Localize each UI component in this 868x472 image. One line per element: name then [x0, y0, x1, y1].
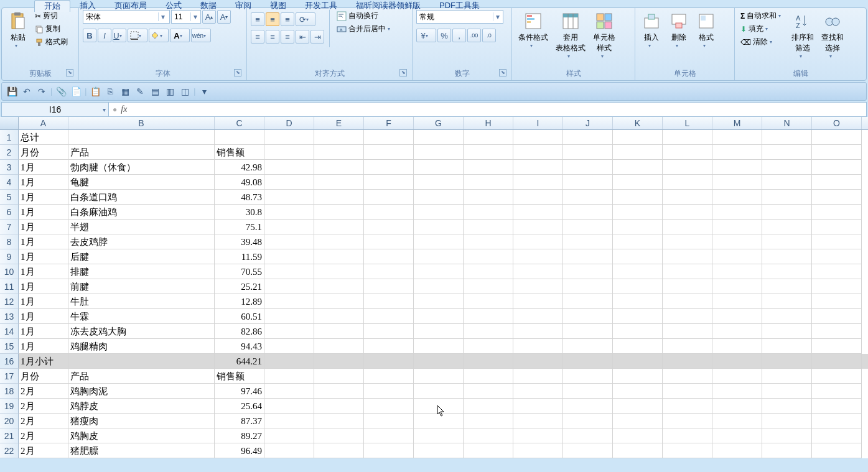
cell[interactable]	[712, 190, 762, 205]
cell[interactable]	[762, 190, 812, 205]
row-header[interactable]: 13	[0, 309, 19, 324]
column-header[interactable]: D	[264, 117, 314, 129]
row-header[interactable]: 20	[0, 414, 19, 428]
cell[interactable]	[215, 130, 264, 145]
format-painter-button[interactable]: 格式刷	[33, 36, 70, 48]
cell[interactable]: 1月	[19, 264, 68, 279]
chevron-down-icon[interactable]: ▾	[103, 106, 106, 113]
row-header[interactable]: 19	[0, 399, 19, 414]
cell[interactable]: 82.86	[215, 324, 264, 339]
cell[interactable]: 排腱	[68, 264, 215, 279]
cell[interactable]	[314, 234, 364, 249]
row-header[interactable]: 12	[0, 294, 19, 309]
cell[interactable]	[812, 399, 862, 414]
cell[interactable]	[464, 428, 513, 443]
cell[interactable]	[364, 279, 414, 294]
cell[interactable]	[414, 279, 464, 294]
cell[interactable]	[812, 234, 862, 249]
cell[interactable]	[264, 220, 314, 234]
cell[interactable]	[712, 324, 762, 339]
cell[interactable]: 94.43	[215, 339, 264, 354]
cell[interactable]	[563, 264, 613, 279]
dialog-launcher[interactable]: ⬊	[499, 69, 506, 76]
align-top-button[interactable]: ≡	[251, 12, 264, 26]
row-header[interactable]: 2	[0, 145, 19, 160]
cell[interactable]	[513, 354, 563, 369]
cell[interactable]	[314, 384, 364, 399]
cell[interactable]	[464, 130, 513, 145]
cell[interactable]	[513, 399, 563, 414]
cell[interactable]	[264, 130, 314, 145]
cell[interactable]: 销售额	[215, 369, 264, 384]
cell[interactable]	[812, 354, 862, 369]
cell[interactable]	[464, 190, 513, 205]
cell[interactable]: 60.51	[215, 309, 264, 324]
cell[interactable]	[812, 205, 862, 220]
merge-center-button[interactable]: a 合并后居中 ▾	[335, 23, 396, 35]
cell[interactable]	[513, 384, 563, 399]
cell[interactable]	[364, 309, 414, 324]
row-header[interactable]: 16	[0, 354, 19, 369]
underline-button[interactable]: U▾	[113, 29, 126, 42]
cell[interactable]	[364, 414, 414, 428]
cell[interactable]	[414, 294, 464, 309]
cell[interactable]	[762, 339, 812, 354]
cell[interactable]	[364, 399, 414, 414]
cell[interactable]	[613, 369, 663, 384]
cell[interactable]	[364, 160, 414, 175]
cell[interactable]	[314, 354, 364, 369]
cell[interactable]: 1月	[19, 249, 68, 264]
cell[interactable]	[364, 339, 414, 354]
row-header[interactable]: 10	[0, 264, 19, 279]
cell[interactable]: 鸡腿精肉	[68, 339, 215, 354]
column-header[interactable]: M	[712, 117, 762, 129]
decrease-font-button[interactable]: A▾	[217, 10, 231, 24]
cell[interactable]	[264, 324, 314, 339]
cell[interactable]: 1月	[19, 339, 68, 354]
cell[interactable]: 12.89	[215, 294, 264, 309]
align-left-button[interactable]: ≡	[251, 30, 264, 44]
cell[interactable]	[513, 234, 563, 249]
cell[interactable]	[712, 399, 762, 414]
cell[interactable]	[314, 160, 364, 175]
cell[interactable]	[812, 249, 862, 264]
cell[interactable]	[414, 414, 464, 428]
cell[interactable]	[613, 354, 663, 369]
cell[interactable]	[613, 160, 663, 175]
cell[interactable]	[762, 145, 812, 160]
cell[interactable]	[712, 414, 762, 428]
cell[interactable]: 87.37	[215, 414, 264, 428]
cell[interactable]	[762, 220, 812, 234]
italic-button[interactable]: I	[98, 29, 111, 42]
cell[interactable]	[712, 384, 762, 399]
cell[interactable]	[762, 279, 812, 294]
cell[interactable]	[613, 234, 663, 249]
cell[interactable]	[314, 175, 364, 190]
cell[interactable]	[762, 309, 812, 324]
cell[interactable]: 勃肉腱（休食）	[68, 160, 215, 175]
cell[interactable]	[264, 414, 314, 428]
cell[interactable]	[812, 175, 862, 190]
column-header[interactable]: J	[563, 117, 613, 129]
cell[interactable]: 销售额	[215, 145, 264, 160]
cell[interactable]	[264, 339, 314, 354]
number-format-input[interactable]	[417, 12, 493, 21]
cell[interactable]: 39.48	[215, 234, 264, 249]
cell[interactable]	[513, 443, 563, 458]
cell[interactable]	[663, 294, 712, 309]
cell[interactable]	[264, 279, 314, 294]
cell[interactable]	[513, 160, 563, 175]
cell[interactable]: 后腱	[68, 249, 215, 264]
cell[interactable]	[663, 220, 712, 234]
cell[interactable]	[663, 190, 712, 205]
cell[interactable]	[513, 145, 563, 160]
cell[interactable]	[414, 145, 464, 160]
qat-button[interactable]: ✎	[134, 85, 146, 98]
cell[interactable]	[464, 205, 513, 220]
cell[interactable]: 2月	[19, 414, 68, 428]
cell[interactable]: 猪瘦肉	[68, 414, 215, 428]
cell[interactable]	[314, 145, 364, 160]
row-header[interactable]: 1	[0, 130, 19, 145]
cell[interactable]	[264, 190, 314, 205]
comma-button[interactable]: ,	[452, 29, 466, 42]
